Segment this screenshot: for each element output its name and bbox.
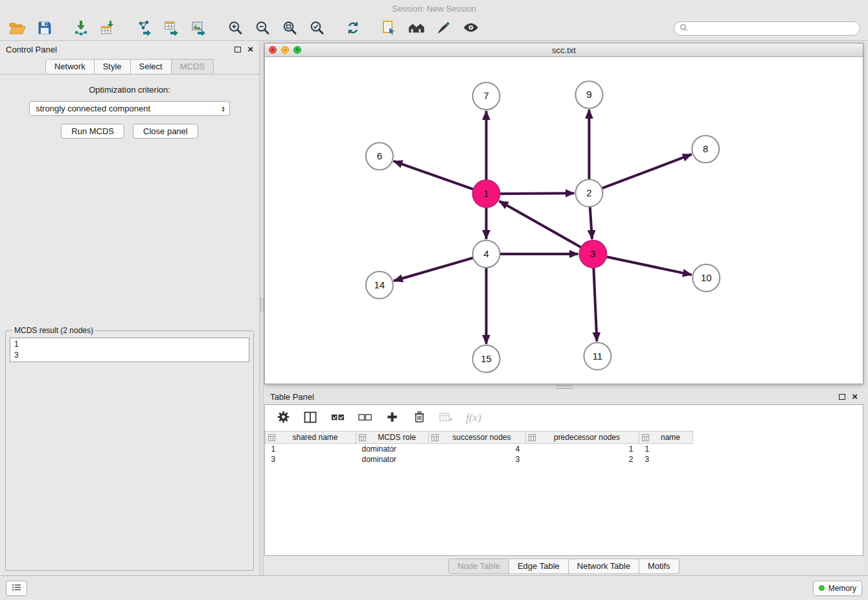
tab-style[interactable]: Style [95,59,131,75]
tab-network-table[interactable]: Network Table [569,559,639,574]
table-cell[interactable]: dominator [356,454,429,465]
graph-edge-2-3[interactable] [590,207,592,239]
table-cell[interactable]: dominator [356,444,429,454]
graph-node-10[interactable]: 10 [692,264,720,292]
status-bar: Memory [0,575,868,600]
graph-node-1[interactable]: 1 [473,180,500,207]
optimization-select[interactable]: strongly connected component ▲▼ [29,101,230,116]
window-zoom-button[interactable]: + [293,46,301,54]
mcds-result-list[interactable]: 1 3 [10,338,249,362]
import-table-icon [100,20,116,38]
float-table-panel-button[interactable] [839,394,845,400]
close-panel-button[interactable]: × [247,46,253,52]
close-table-panel-button[interactable]: × [852,393,858,400]
close-panel-button-mcds[interactable]: Close panel [133,124,198,139]
show-columns-button[interactable] [303,410,318,426]
control-panel-title: Control Panel [6,45,57,54]
table-cell[interactable]: 4 [429,444,526,454]
export-table-button[interactable] [162,19,181,38]
import-network-icon [73,20,89,38]
column-type-icon [268,434,275,443]
memory-button[interactable]: Memory [813,581,862,596]
horizontal-splitter[interactable] [264,384,863,389]
column-header-successor-nodes[interactable]: successor nodes [429,432,526,444]
create-column-button[interactable] [384,410,400,426]
graph-edge-1-6[interactable] [393,161,473,189]
graph-edge-2-8[interactable] [602,154,692,188]
search-box[interactable] [674,21,860,36]
graph-edge-1-2[interactable] [500,193,575,194]
window-close-button[interactable]: × [269,46,277,54]
graph-edge-3-11[interactable] [593,268,597,341]
memory-label: Memory [828,584,856,593]
table-options-button[interactable] [275,410,291,426]
vertical-splitter[interactable] [259,41,264,575]
table-panel-header: Table Panel × [264,389,863,404]
graph-node-15[interactable]: 15 [473,345,500,373]
title-bar: Session: New Session [0,0,868,17]
table-row[interactable]: 1dominator411 [266,444,863,454]
column-header-predecessor-nodes[interactable]: predecessor nodes [526,432,639,444]
delete-column-button[interactable] [411,410,427,426]
network-graph: 7968124314101511 [265,57,863,384]
table-cell[interactable]: 1 [266,444,356,454]
refresh-layout-button[interactable] [343,19,363,38]
graph-node-7[interactable]: 7 [473,82,500,110]
zoom-fit-button[interactable] [280,19,299,38]
tab-motifs[interactable]: Motifs [639,559,680,574]
column-header-filler [693,432,863,444]
style-brush-button[interactable] [434,19,453,38]
network-canvas[interactable]: 7968124314101511 [265,57,863,384]
graph-edge-4-14[interactable] [394,258,474,281]
zoom-out-button[interactable] [253,19,272,38]
column-header-mcds-role[interactable]: MCDS role [356,432,429,444]
float-panel-button[interactable] [234,47,241,52]
graph-node-11[interactable]: 11 [584,343,611,370]
memory-status-icon [819,585,825,591]
home-views-button[interactable] [407,19,426,38]
zoom-in-button[interactable] [225,19,245,38]
table-cell[interactable]: 3 [266,454,356,465]
table-panel-tabs: Node TableEdge TableNetwork TableMotifs [264,556,863,575]
import-network-button[interactable] [71,19,91,38]
graph-node-2[interactable]: 2 [575,179,602,207]
column-type-icon [431,434,439,443]
window-minimize-button[interactable]: − [281,46,289,54]
select-all-button[interactable] [330,410,345,426]
export-image-button[interactable] [189,19,209,38]
column-header-name[interactable]: name [639,432,693,444]
open-document-button[interactable] [380,19,399,38]
zoom-selected-button[interactable] [307,19,326,38]
table-cell[interactable]: 2 [526,454,639,465]
deselect-all-button[interactable] [357,410,372,426]
show-hide-details-button[interactable] [461,19,481,38]
table-cell[interactable]: 1 [526,444,639,454]
save-session-button[interactable] [35,19,54,38]
graph-node-14[interactable]: 14 [366,271,393,299]
table-row[interactable]: 3dominator323 [266,454,863,465]
tab-select[interactable]: Select [131,59,172,75]
export-network-button[interactable] [135,19,154,38]
table-cell[interactable]: 3 [429,454,526,465]
graph-node-9[interactable]: 9 [575,81,602,108]
graph-edge-3-10[interactable] [606,257,692,275]
search-input[interactable] [691,24,854,33]
tab-mcds[interactable]: MCDS [172,59,214,75]
graph-node-4[interactable]: 4 [473,240,500,268]
graph-node-8[interactable]: 8 [692,135,719,163]
tab-edge-table[interactable]: Edge Table [509,559,569,574]
tab-network[interactable]: Network [45,59,95,75]
import-table-button[interactable] [98,19,118,38]
tab-node-table[interactable]: Node Table [448,559,509,574]
node-label: 3 [590,248,595,259]
open-file-button[interactable] [8,19,27,38]
graph-node-3[interactable]: 3 [579,240,606,268]
column-header-shared-name[interactable]: shared name [266,432,356,444]
graph-edge-3-1[interactable] [499,201,582,247]
task-history-button[interactable] [6,581,27,596]
table-cell[interactable]: 3 [639,454,693,465]
table-cell[interactable]: 1 [639,444,693,454]
graph-node-6[interactable]: 6 [366,143,393,170]
layout-group [343,19,363,38]
run-mcds-button[interactable]: Run MCDS [61,124,124,139]
